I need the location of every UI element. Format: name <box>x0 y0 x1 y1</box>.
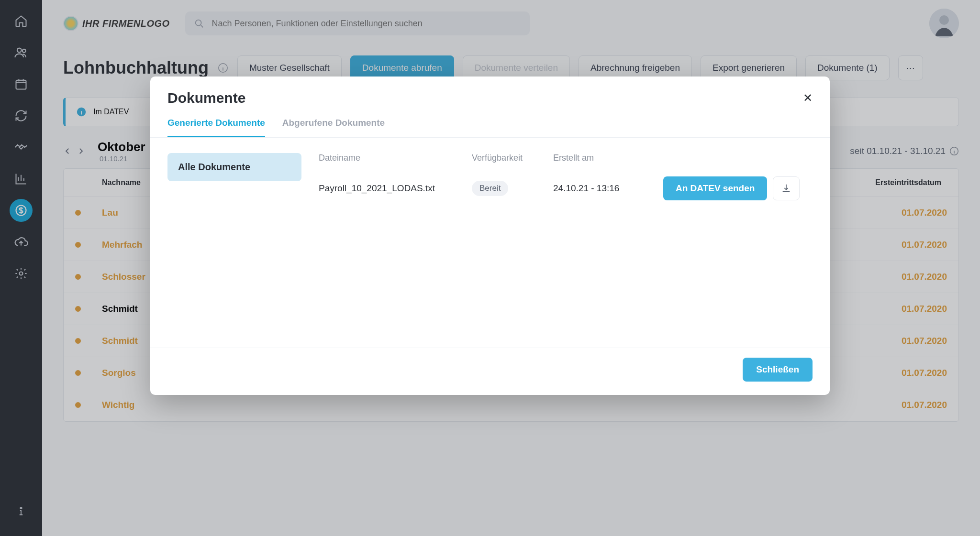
modal-sidebar: Alle Dokumente <box>167 153 301 309</box>
download-icon <box>781 183 791 194</box>
col-availability: Verfügbarkeit <box>472 153 553 163</box>
modal-close-button[interactable]: ✕ <box>803 91 813 105</box>
tab-generated[interactable]: Generierte Dokumente <box>167 110 265 137</box>
doc-created: 24.10.21 - 13:16 <box>553 183 663 194</box>
send-to-datev-button[interactable]: An DATEV senden <box>663 176 767 200</box>
document-row: Payroll_10_2021_LODAS.txt Bereit 24.10.2… <box>319 176 813 200</box>
modal-main: Dateiname Verfügbarkeit Erstellt am Payr… <box>319 153 813 309</box>
tab-fetched[interactable]: Abgerufene Dokumente <box>282 110 385 137</box>
modal-header: Dokumente ✕ <box>150 77 830 110</box>
modal-close-footer-button[interactable]: Schließen <box>743 358 813 382</box>
download-button[interactable] <box>773 176 800 200</box>
modal-tabs: Generierte Dokumente Abgerufene Dokument… <box>150 110 830 138</box>
col-filename: Dateiname <box>319 153 472 163</box>
doc-status-badge: Bereit <box>472 181 508 196</box>
modal-body: Alle Dokumente Dateiname Verfügbarkeit E… <box>150 138 830 348</box>
col-created: Erstellt am <box>553 153 663 163</box>
doc-table-header: Dateiname Verfügbarkeit Erstellt am <box>319 153 813 176</box>
close-icon: ✕ <box>803 91 813 104</box>
sidebar-item-all-documents[interactable]: Alle Dokumente <box>167 153 301 181</box>
modal-title: Dokumente <box>167 90 245 106</box>
modal-footer: Schließen <box>150 348 830 395</box>
documents-modal: Dokumente ✕ Generierte Dokumente Abgeruf… <box>150 77 830 395</box>
doc-filename: Payroll_10_2021_LODAS.txt <box>319 183 472 194</box>
